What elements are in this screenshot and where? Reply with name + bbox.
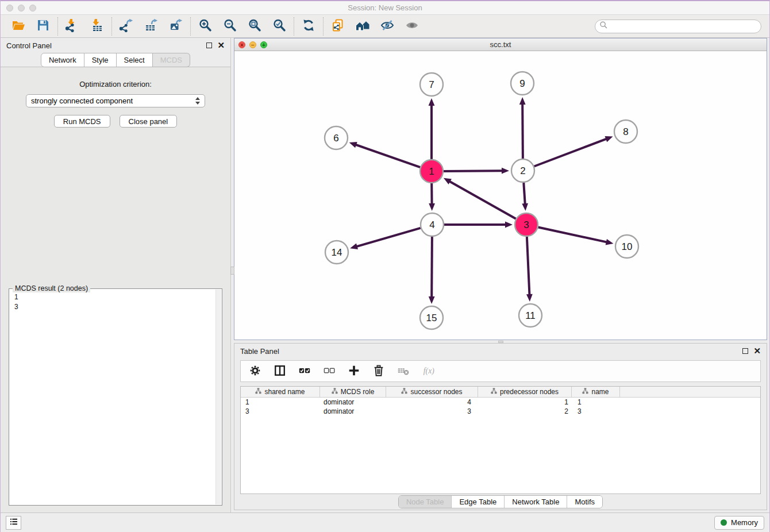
import-table-icon [90,18,104,34]
graph-node-15[interactable]: 15 [420,306,443,329]
column-header-name[interactable]: name [572,387,620,397]
close-panel-icon[interactable]: ✕ [217,43,225,48]
vertical-splitter[interactable] [230,38,234,512]
graph-node-1[interactable]: 1 [420,160,443,183]
close-panel-button[interactable]: Close panel [120,115,178,128]
add-column-button[interactable] [347,364,361,378]
network-maximize-button[interactable]: + [260,41,267,48]
mcds-result-box: MCDS result (2 nodes) 1 3 [9,288,222,506]
zoom-out-button[interactable] [222,19,237,34]
unselect-all-columns-button[interactable] [322,364,336,378]
select-all-columns-button[interactable] [298,364,311,378]
minimize-window-button[interactable] [18,5,25,11]
optimization-criterion-select[interactable]: strongly connected component [26,94,205,107]
tab-node-table[interactable]: Node Table [399,496,452,508]
table-panel-title: Table Panel [240,347,279,356]
horizontal-splitter-handle[interactable] [498,341,503,343]
column-type-icon [491,388,497,396]
graph-node-7[interactable]: 7 [420,73,443,96]
delete-column-button[interactable] [372,364,386,378]
split-columns-button[interactable] [273,364,287,378]
hide-eye-button[interactable] [380,19,395,34]
home-button[interactable] [355,19,370,34]
export-network-icon [120,18,133,34]
vertical-splitter-handle[interactable] [230,267,234,275]
graph-node-2[interactable]: 2 [511,159,534,182]
graph-edge-3-11[interactable] [526,237,533,302]
graph-edge-1-7[interactable] [429,98,435,159]
table-cell: 1 [241,398,320,406]
export-image-icon [169,18,183,34]
search-field[interactable] [595,20,761,33]
float-panel-icon[interactable] [206,43,212,48]
tab-mcds[interactable]: MCDS [153,53,190,67]
graph-edge-3-1[interactable] [444,178,516,219]
zoom-in-button[interactable] [198,19,213,34]
maximize-window-button[interactable] [29,5,36,11]
copy-network-button[interactable] [330,19,345,34]
svg-text:1: 1 [429,166,434,177]
column-type-icon [582,388,588,396]
graph-node-10[interactable]: 10 [615,235,638,258]
import-network-button[interactable] [65,19,80,34]
graph-node-11[interactable]: 11 [519,304,542,327]
export-network-button[interactable] [119,19,134,34]
search-input[interactable] [611,21,757,31]
refresh-button[interactable] [301,19,316,34]
graph-edge-2-9[interactable] [519,97,526,159]
open-file-icon [11,18,25,34]
tab-network[interactable]: Network [41,53,84,67]
column-header-MCDS-role[interactable]: MCDS role [320,387,386,397]
graph-edge-4-15[interactable] [429,237,435,304]
tab-motifs[interactable]: Motifs [567,496,602,508]
export-image-button[interactable] [168,19,183,34]
graph-edge-1-2[interactable] [444,168,509,174]
graph-edge-4-3[interactable] [444,222,513,228]
network-minimize-button[interactable]: − [249,41,256,48]
network-view-canvas[interactable]: 7 9 6 8 1 2 4 3 14 10 15 11 [234,51,767,340]
column-header-predecessor-nodes[interactable]: predecessor nodes [478,387,572,397]
close-window-button[interactable] [6,5,13,11]
graph-node-9[interactable]: 9 [511,72,534,95]
tab-edge-table[interactable]: Edge Table [451,496,504,508]
tab-network-table[interactable]: Network Table [504,496,567,508]
search-icon [599,21,608,32]
column-header-shared-name[interactable]: shared name [241,387,320,397]
zoom-selected-button[interactable] [272,19,287,34]
mcds-result-text[interactable]: 1 3 [9,289,222,315]
zoom-fit-button[interactable] [247,19,262,34]
show-eye-button[interactable] [405,19,419,34]
open-file-button[interactable] [11,19,26,34]
import-table-button[interactable] [90,19,105,34]
graph-edge-3-10[interactable] [538,228,614,245]
graph-edge-2-3[interactable] [522,183,528,211]
gear-button[interactable] [248,364,262,378]
graph-edge-4-14[interactable] [350,228,421,249]
graph-edge-1-6[interactable] [349,142,421,167]
run-mcds-button[interactable]: Run MCDS [54,115,110,128]
tab-select[interactable]: Select [117,53,153,67]
mcds-tab-content: Optimization criterion: strongly connect… [1,67,230,512]
show-panels-list-button[interactable] [6,516,21,530]
table-row[interactable]: 3dominator323 [241,407,760,416]
table-row[interactable]: 1dominator411 [241,398,760,407]
graph-node-6[interactable]: 6 [325,126,348,149]
memory-button[interactable]: Memory [714,516,764,530]
export-table-button[interactable] [144,19,159,34]
network-close-button[interactable]: × [238,41,245,48]
save-session-button[interactable] [36,19,51,34]
graph-edge-1-4[interactable] [429,183,435,211]
graph-node-14[interactable]: 14 [325,241,348,264]
tab-style[interactable]: Style [84,53,117,67]
column-header-successor-nodes[interactable]: successor nodes [386,387,478,397]
graph-node-4[interactable]: 4 [421,213,444,236]
graph-node-3[interactable]: 3 [515,213,538,236]
close-table-panel-icon[interactable]: ✕ [753,348,761,354]
delete-table-icon [397,364,410,379]
zoom-fit-icon [248,18,261,34]
column-type-icon [255,388,261,396]
graph-node-8[interactable]: 8 [614,120,637,143]
float-table-panel-icon[interactable] [742,348,748,354]
result-scrollbar[interactable] [215,290,221,504]
graph-edge-2-8[interactable] [534,136,613,166]
